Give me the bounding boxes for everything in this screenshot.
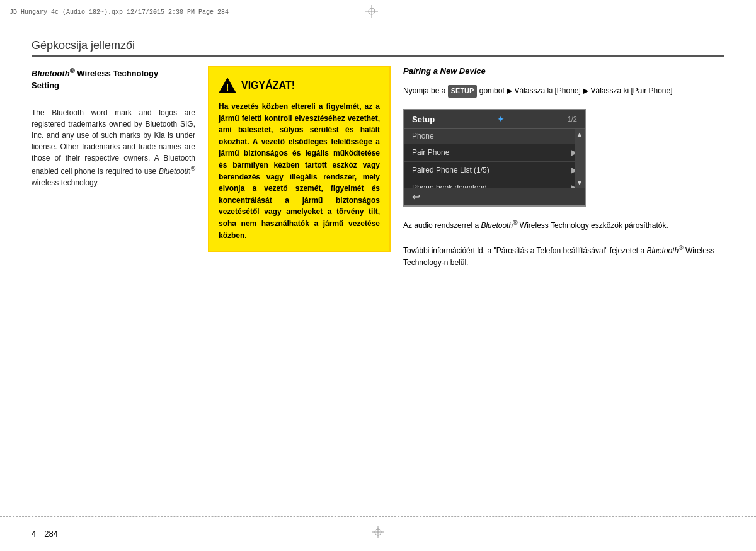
ui-menu-item-pair-phone[interactable]: Pair Phone ▶	[404, 144, 585, 162]
warning-triangle-icon: !	[219, 77, 236, 94]
paired-list-label: Paired Phone List (1/5)	[412, 166, 490, 174]
brand-bottom-2: Bluetooth	[647, 246, 679, 255]
ui-screenshot: Setup ✦ 1/2 Phone Pair Phone ▶ Paired Ph…	[403, 109, 586, 207]
section-title: Gépkocsija jellemzői	[32, 39, 135, 52]
instruction-part2: gombot ▶ Válassza ki [Phone] ▶ Válassza …	[477, 86, 672, 95]
page-prefix: 4	[32, 529, 36, 538]
warning-text: Ha vezetés közben eltereli a figyelmét, …	[219, 101, 380, 241]
reg-mark-bottom	[372, 526, 384, 538]
ui-subheader: Phone	[404, 129, 585, 144]
bluetooth-icon: ✦	[497, 114, 505, 124]
warning-title: VIGYÁZAT!	[241, 80, 295, 91]
warning-header: ! VIGYÁZAT!	[219, 77, 380, 94]
pairing-title: Pairing a New Device	[403, 66, 724, 76]
ui-header-title: Setup	[412, 115, 435, 124]
brand-bottom-1: Bluetooth	[481, 221, 513, 230]
page-number-text: 284	[44, 529, 58, 538]
ui-footer: ↩	[404, 188, 585, 205]
page-section-number: 4284	[32, 529, 58, 540]
bluetooth-heading: Bluetooth® Wireless TechnologySetting	[32, 66, 195, 98]
content-area: Bluetooth® Wireless TechnologySetting Th…	[32, 66, 724, 513]
bottom-text-2: További információért ld. a "Párosítás a…	[403, 243, 724, 269]
scroll-up-icon[interactable]: ▲	[576, 130, 583, 138]
brand-name-heading: Bluetooth®	[32, 69, 75, 78]
left-body-paragraph: The Bluetooth word mark and logos are re…	[32, 107, 195, 188]
ui-menu-item-paired-list[interactable]: Paired Phone List (1/5) ▶	[404, 162, 585, 179]
warning-column: ! VIGYÁZAT! Ha vezetés közben eltereli a…	[208, 66, 391, 513]
instruction-part1: Nyomja be a	[403, 86, 448, 95]
brand-name-body: Bluetooth®	[159, 167, 195, 176]
ui-subheader-text: Phone	[412, 132, 434, 140]
reg-mark-top	[365, 5, 378, 18]
scroll-down-icon[interactable]: ▼	[576, 179, 583, 186]
back-button[interactable]: ↩	[412, 191, 420, 203]
right-column: Pairing a New Device Nyomja be a SETUP g…	[403, 66, 724, 513]
svg-text:!: !	[226, 82, 229, 93]
header-text: JD Hungary 4c (Audio_182~).qxp 12/17/201…	[9, 9, 229, 16]
page-header: JD Hungary 4c (Audio_182~).qxp 12/17/201…	[0, 0, 756, 25]
pairing-instruction: Nyomja be a SETUP gombot ▶ Válassza ki […	[403, 85, 724, 98]
ui-page-indicator: 1/2	[568, 115, 577, 123]
section-title-bar: Gépkocsija jellemzői	[32, 35, 724, 57]
left-column: Bluetooth® Wireless TechnologySetting Th…	[32, 66, 195, 513]
warning-box: ! VIGYÁZAT! Ha vezetés közben eltereli a…	[208, 66, 391, 252]
bottom-text-1: Az audio rendszerrel a Bluetooth® Wirele…	[403, 218, 724, 232]
page-divider	[40, 529, 40, 539]
pair-phone-label: Pair Phone	[412, 148, 449, 157]
ui-header: Setup ✦ 1/2	[404, 110, 585, 129]
ui-scrollbar: ▲ ▼	[575, 129, 585, 188]
setup-badge: SETUP	[448, 85, 478, 98]
